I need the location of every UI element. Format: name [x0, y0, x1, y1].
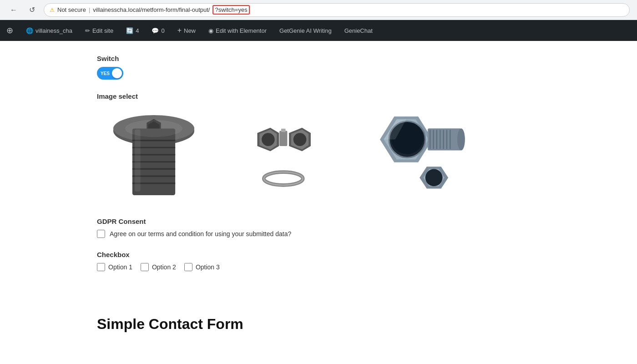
not-secure-label: Not secure [57, 6, 86, 13]
new-plus-icon: + [177, 26, 182, 35]
svg-point-40 [425, 169, 443, 187]
back-button[interactable]: ← [7, 4, 20, 16]
edit-elementor-label: Edit with Elementor [216, 27, 267, 34]
checkbox-opt2[interactable] [141, 263, 149, 271]
checkbox-opt2-label[interactable]: Option 2 [152, 263, 176, 271]
address-bar[interactable]: ⚠ Not secure | villainesscha.local/metfo… [44, 3, 630, 17]
page-content: Switch YES Image select [0, 41, 637, 298]
refresh-button[interactable]: ↺ [25, 4, 38, 16]
geniechat-label: GenieChat [344, 27, 373, 34]
edit-site-label: Edit site [92, 27, 113, 34]
checkbox-option-3: Option 3 [184, 263, 220, 271]
getgenie-item[interactable]: GetGenie AI Writing [273, 20, 338, 41]
simple-contact-title: Simple Contact Form [97, 316, 637, 333]
geniechat-item[interactable]: GenieChat [338, 20, 379, 41]
browser-bar: ← ↺ ⚠ Not secure | villainesscha.local/m… [0, 0, 637, 20]
checkbox-opt3[interactable] [184, 263, 192, 271]
image-item-3[interactable] [352, 105, 465, 205]
wp-icon: ⊕ [6, 25, 13, 35]
warning-icon: ⚠ [50, 7, 55, 13]
image-select-section: Image select [97, 92, 637, 205]
switch-section: Switch YES [97, 55, 637, 80]
url-base: villainesscha.local/metform-form/final-o… [93, 6, 210, 13]
bolt-2-svg [236, 107, 327, 202]
image-item-1[interactable] [97, 105, 211, 205]
checkbox-opt3-label[interactable]: Option 3 [196, 263, 220, 271]
edit-site-item[interactable]: ✏ Edit site [79, 20, 120, 41]
checkbox-option-1: Option 1 [97, 263, 132, 271]
updates-count: 4 [136, 27, 139, 34]
gdpr-checkbox-row: Agree on our terms and condition for usi… [97, 230, 637, 238]
svg-rect-12 [135, 129, 141, 191]
updates-item[interactable]: 🔄 4 [120, 20, 145, 41]
getgenie-label: GetGenie AI Writing [279, 27, 332, 34]
checkbox-options: Option 1 Option 2 Option 3 [97, 263, 637, 271]
checkbox-opt1[interactable] [97, 263, 105, 271]
new-label: New [184, 27, 196, 34]
elementor-icon: ◉ [208, 27, 213, 34]
switch-label: Switch [97, 55, 637, 62]
edit-elementor-item[interactable]: ◉ Edit with Elementor [202, 20, 273, 41]
simple-contact-section: Simple Contact Form [0, 298, 637, 333]
toggle-yes-label: YES [101, 71, 110, 76]
checkbox-opt1-label[interactable]: Option 1 [108, 263, 132, 271]
gdpr-text[interactable]: Agree on our terms and condition for usi… [110, 230, 291, 238]
svg-rect-18 [281, 129, 286, 132]
bolt-1-svg [101, 105, 206, 205]
site-icon: 🌐 [26, 27, 33, 34]
checkbox-section: Checkbox Option 1 Option 2 Option 3 [97, 251, 637, 271]
separator: | [89, 6, 90, 13]
image-select-label: Image select [97, 92, 637, 100]
wp-admin-bar: ⊕ 🌐 villainess_cha ✏ Edit site 🔄 4 💬 0 +… [0, 20, 637, 41]
checkbox-label: Checkbox [97, 251, 637, 258]
site-name-label: villainess_cha [35, 27, 72, 34]
url-param: ?switch=yes [212, 5, 249, 15]
svg-point-16 [262, 133, 275, 146]
new-item[interactable]: + New [171, 20, 202, 41]
gdpr-section: GDPR Consent Agree on our terms and cond… [97, 217, 637, 238]
wp-logo-item[interactable]: ⊕ [0, 20, 20, 41]
svg-point-13 [125, 120, 182, 137]
checkbox-option-2: Option 2 [141, 263, 176, 271]
bolt-3-svg [352, 107, 465, 202]
edit-site-icon: ✏ [85, 27, 90, 34]
toggle-knob [112, 68, 122, 78]
image-item-2[interactable] [224, 105, 338, 205]
comments-count: 0 [161, 27, 164, 34]
svg-point-37 [457, 128, 465, 150]
svg-rect-29 [428, 128, 461, 150]
svg-point-21 [293, 133, 307, 146]
svg-rect-17 [279, 131, 287, 146]
svg-point-23 [264, 172, 303, 185]
comments-item[interactable]: 💬 0 [145, 20, 171, 41]
toggle-container: YES [97, 67, 637, 80]
updates-icon: 🔄 [126, 27, 133, 34]
gdpr-label: GDPR Consent [97, 217, 637, 225]
site-name-item[interactable]: 🌐 villainess_cha [20, 20, 79, 41]
image-select-container [97, 105, 637, 205]
comments-icon: 💬 [152, 27, 159, 34]
toggle-switch[interactable]: YES [97, 67, 123, 80]
gdpr-checkbox[interactable] [97, 230, 105, 238]
